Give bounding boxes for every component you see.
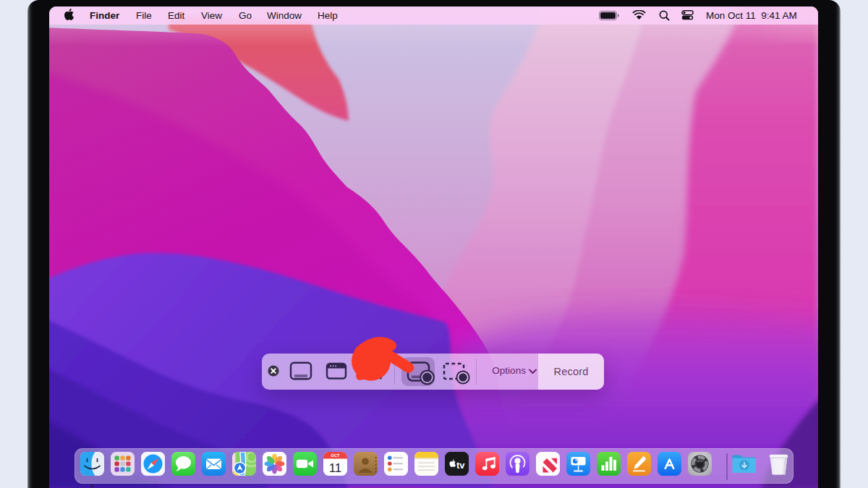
svg-text:OCT: OCT	[331, 453, 340, 458]
svg-text:11: 11	[329, 461, 342, 475]
svg-text:tv: tv	[456, 460, 465, 471]
